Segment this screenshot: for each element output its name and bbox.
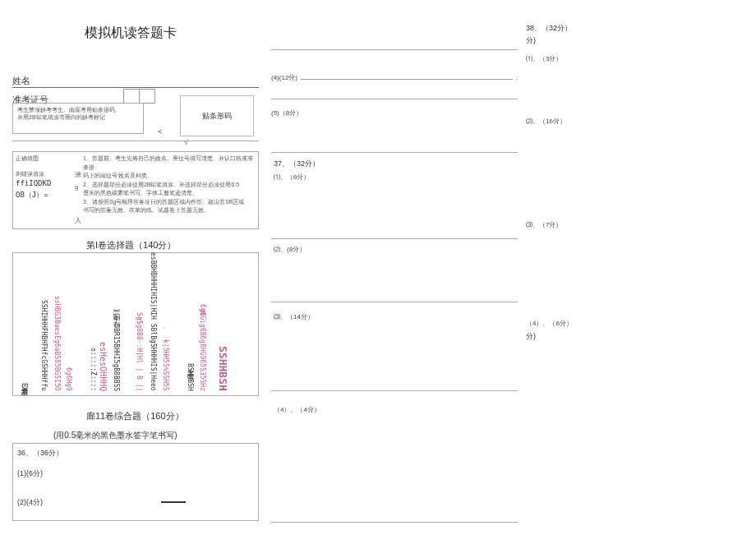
q38-r1: ⑴、（3分） [526, 54, 562, 63]
arrow-mark: < [158, 127, 162, 136]
answer-q4-12: (4)(12分); [271, 72, 518, 82]
fill-code3: g [75, 183, 78, 191]
q36-mark [161, 501, 186, 503]
barcode-label: 贴条形码 [202, 111, 232, 122]
garble-text: 一（削)丨(刊G 5BR15BHHI5gB8BBSS [112, 308, 119, 391]
fill-left-3: 涂 [75, 170, 81, 179]
exam-note-line1: 考生禁项缺考考生。由应考用贴条形码。 [17, 106, 139, 113]
q37-3: ⑶、（14分） [274, 312, 314, 321]
section2-subtitle: (用0.5毫米的黑色墨水签字笔书写) [53, 430, 177, 441]
q36-p1: (1)(6分) [17, 468, 254, 479]
exam-cell[interactable] [139, 89, 155, 104]
fill-r6: 书写的答案无效。在草的纸。试题卷上答题无效。 [83, 206, 256, 215]
exam-note-line2: 并用2B铅笔填涂市面白的缺考标记 [17, 113, 139, 121]
fill-code4: 入 [75, 216, 81, 225]
q37-2: ⑵、(8分） [274, 245, 306, 254]
fill-code1: ffiIQDKD [16, 178, 77, 190]
garble-text: esBBHBHHHIHIS|HIH SBlBgSHHHHIS|Heeo [149, 252, 156, 391]
q38-sub: 分) [526, 35, 536, 46]
q37-4: （4）、（4分） [274, 405, 320, 414]
exam-note-box: 考生禁项缺考考生。由应考用贴条形码。 并用2B铅笔填涂市面白的缺考标记 [12, 103, 144, 134]
garble-text: 主B暗SHHBSH [186, 363, 193, 391]
fill-r3: 2、选择题部分必须使用2B铅笔填涂。补选择部分必须使用0.5 [83, 181, 256, 190]
q38-r2: ⑵、（16分） [526, 117, 566, 126]
q37-1: ⑴、（6分） [274, 173, 310, 182]
fill-r1: 1、答题前。考生先将自己的姓名。座位号填写清楚。并认口核准准条形 [83, 155, 256, 172]
exam-id-grid [123, 89, 155, 104]
checkmark: √ [184, 138, 188, 146]
q38-r4: （4）、（6分） [526, 319, 573, 328]
q38-header: 38、（32分） [526, 23, 572, 34]
garble-text: SSHIHHHFHBHFHfcGSHHHffu [39, 300, 47, 391]
garble-text: 一六乃字乎EX一 [20, 383, 27, 391]
name-underline [12, 87, 259, 88]
garble-text: 、：k|5HH5S%SSH5S [161, 326, 168, 391]
q38-r3: ⑶、（7分） [526, 220, 562, 229]
garble-text: 6g6Hg9 [64, 367, 71, 391]
q37-header: 37、（32分） [274, 159, 320, 169]
garble-text: ssHBG3BaesEg6aBS85BGSI5O [53, 296, 60, 391]
fill-r2: 码上的缩位号'姓名及科类。 [83, 172, 256, 181]
fill-left-1: 正确填图 [16, 155, 77, 164]
fill-r4: 厘米的黑色碳素笔书写。字体工整笔迹清楚。 [83, 189, 256, 198]
garble-text: SSHHBSH [217, 346, 228, 391]
section2-title: 廊11卷综合题（160分） [86, 410, 184, 422]
mid-column: (4)(12分); (5)（8分） 37、（32分） ⑴、（6分） ⑵、(8分）… [271, 49, 518, 522]
answer-q5-8: (5)（8分） [271, 108, 302, 118]
divider [12, 141, 259, 141]
name-label: 姓名 [12, 75, 30, 87]
section1-box: 一六乃字乎EX一 SSHIHHHFHBHFHfcGSHHHffu ssHBG3B… [12, 252, 259, 396]
q36-p2: (2)(4分) [17, 497, 254, 508]
fill-code2: OB（J）= [16, 190, 77, 201]
exam-cell[interactable] [123, 89, 140, 104]
garble-text: 三异6g6Gig6B6g6HG965S35SHz [198, 304, 205, 391]
fill-left-2: 则错误填涂 [16, 170, 77, 179]
barcode-box: 贴条形码 [180, 95, 254, 136]
garble-text: 三SgSg8B8-:「H「|Hl | B || [135, 312, 142, 391]
section1-title: 第I卷选择题（140分） [86, 239, 176, 251]
page-title: 模拟机读答题卡 [85, 25, 177, 42]
q36-header: 36、（36分） [17, 448, 254, 459]
garble-text: o:::::Z:::: [89, 348, 96, 391]
fill-r5: 3、请按照Sg号顺序在各址日的答题区域内作答。超出答Sfl区域 [83, 198, 256, 207]
q38-r4sub: 分) [526, 331, 536, 342]
garble-text: esHesOHHHQ [99, 342, 108, 391]
fill-example-box: 正确填图 则错误填涂 ffiIQDKD OB（J）= g 涂 入 1、答题前。考… [12, 151, 259, 229]
right-column: 38、（32分） 分) ⑴、（3分） ⑵、（16分） ⑶、（7分） （4）、（6… [526, 23, 748, 520]
q36-box: 36、（36分） (1)(6分) (2)(4分) [12, 443, 259, 521]
